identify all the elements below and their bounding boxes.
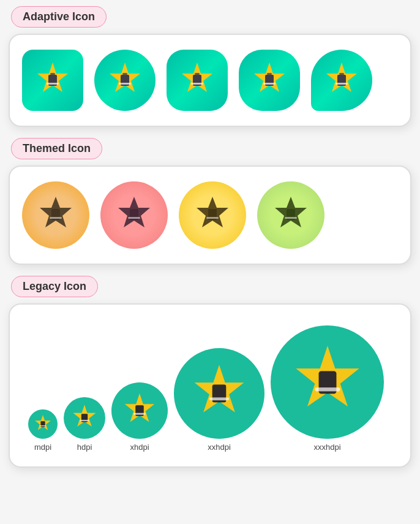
svg-rect-3 — [50, 73, 55, 75]
legacy-star-xhdpi — [121, 392, 158, 429]
legacy-item-mdpi: mdpi — [28, 409, 58, 452]
legacy-star-xxxhdpi — [288, 343, 367, 422]
legacy-label-hdpi: hdpi — [77, 442, 92, 452]
legacy-star-mdpi — [33, 414, 53, 434]
svg-rect-25 — [128, 217, 140, 219]
svg-rect-10 — [191, 83, 203, 85]
star-badge-svg-4 — [250, 61, 288, 99]
legacy-icon-row: mdpi hdpi — [22, 319, 398, 452]
legacy-item-xxhdpi: xxhdpi — [174, 348, 264, 452]
legacy-star-xxhdpi — [189, 363, 250, 424]
legacy-item-xxxhdpi: xxxhdpi — [271, 325, 384, 452]
themed-icon-pink — [100, 181, 168, 249]
legacy-label-mdpi: mdpi — [34, 442, 51, 452]
adaptive-icon-card — [9, 34, 411, 127]
svg-rect-28 — [206, 217, 219, 219]
legacy-circle-xhdpi — [111, 382, 168, 439]
legacy-label-xxhdpi: xxhdpi — [208, 442, 231, 452]
svg-rect-31 — [285, 217, 297, 219]
svg-rect-40 — [133, 413, 145, 415]
svg-rect-2 — [47, 83, 59, 85]
svg-rect-6 — [119, 83, 131, 85]
adaptive-icon-squircle — [167, 50, 228, 111]
themed-icon-section: Themed Icon — [6, 138, 414, 265]
star-badge-svg-3 — [178, 61, 216, 99]
themed-icon-yellow — [179, 181, 246, 249]
legacy-circle-xxxhdpi — [271, 325, 384, 439]
legacy-icon-card: mdpi hdpi — [9, 303, 411, 468]
legacy-item-hdpi: hdpi — [64, 397, 105, 452]
legacy-label-xhdpi: xhdpi — [130, 442, 149, 452]
adaptive-icon-section: Adaptive Icon — [6, 6, 414, 127]
svg-rect-34 — [40, 425, 46, 427]
themed-icon-green — [257, 181, 324, 249]
adaptive-icon-label: Adaptive Icon — [11, 6, 107, 28]
themed-star-svg-2 — [113, 194, 155, 236]
legacy-icon-label: Legacy Icon — [11, 276, 98, 297]
themed-icon-label: Themed Icon — [11, 138, 102, 159]
star-badge-svg-5 — [323, 61, 361, 99]
svg-rect-11 — [195, 73, 200, 75]
star-badge-svg-2 — [106, 61, 144, 99]
svg-rect-22 — [50, 217, 62, 219]
themed-icon-card — [9, 165, 411, 265]
svg-rect-14 — [263, 83, 276, 85]
adaptive-icon-square — [22, 50, 83, 111]
legacy-label-xxxhdpi: xxxhdpi — [313, 442, 340, 452]
themed-icon-orange — [22, 181, 89, 249]
legacy-circle-mdpi — [28, 409, 58, 439]
star-badge-svg — [34, 61, 72, 99]
themed-star-svg-1 — [35, 194, 77, 236]
adaptive-icon-row — [22, 50, 398, 111]
themed-star-svg-4 — [270, 194, 312, 236]
svg-rect-19 — [339, 73, 344, 75]
legacy-circle-hdpi — [64, 397, 105, 439]
svg-rect-7 — [122, 73, 127, 75]
svg-rect-15 — [267, 73, 272, 75]
legacy-star-hdpi — [70, 404, 99, 432]
legacy-circle-xxhdpi — [174, 348, 264, 439]
svg-rect-18 — [336, 83, 348, 85]
themed-icon-row — [22, 181, 398, 249]
adaptive-icon-teardrop — [311, 50, 372, 111]
themed-star-svg-3 — [192, 194, 233, 236]
adaptive-icon-rounded — [239, 50, 300, 111]
legacy-item-xhdpi: xhdpi — [111, 382, 168, 452]
adaptive-icon-circle — [94, 50, 156, 111]
svg-rect-43 — [209, 397, 229, 400]
svg-rect-46 — [315, 387, 340, 391]
legacy-icon-section: Legacy Icon mdpi — [6, 276, 414, 468]
svg-rect-37 — [80, 420, 89, 421]
